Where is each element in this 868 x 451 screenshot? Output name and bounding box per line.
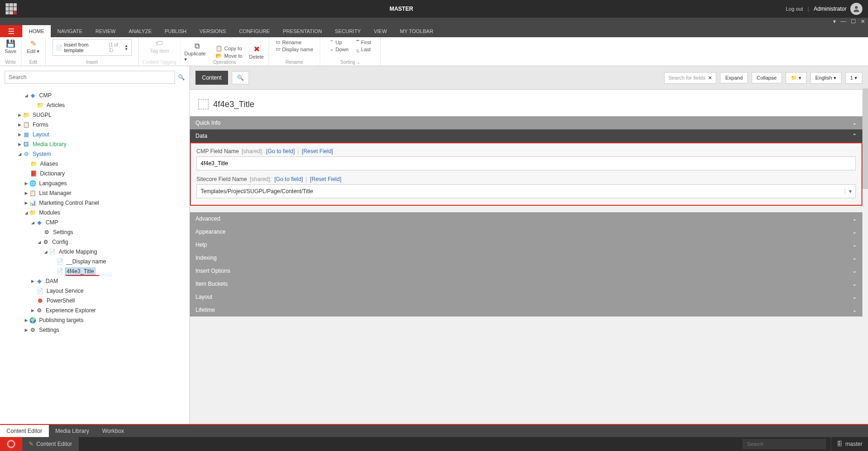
dropdown-icon[interactable]: ▾ bbox=[833, 18, 836, 25]
search-icon[interactable]: 🔍 bbox=[178, 74, 185, 81]
insert-from-template[interactable]: 📄 Insert from template (1 of 1) ▲▼ bbox=[53, 39, 132, 56]
tree-media-library[interactable]: ▶🖼Media Library bbox=[0, 139, 189, 149]
btab-content-editor[interactable]: Content Editor bbox=[0, 425, 49, 437]
tree-search-input[interactable] bbox=[5, 71, 175, 84]
tree-system[interactable]: ◢⚙System bbox=[0, 149, 189, 159]
tree-settings2[interactable]: ▶⚙Settings bbox=[0, 325, 189, 335]
hamburger-menu[interactable]: ☰ bbox=[0, 25, 22, 37]
tab-presentation[interactable]: PRESENTATION bbox=[276, 25, 329, 37]
up-button[interactable]: ⌃Up bbox=[330, 39, 349, 45]
taskbar-search-input[interactable] bbox=[742, 439, 826, 449]
display-name-button[interactable]: ▭Display name bbox=[276, 46, 313, 52]
tree-sugpl[interactable]: ▶📁SUGPL bbox=[0, 110, 189, 120]
database-indicator[interactable]: 🗄 master bbox=[831, 437, 868, 451]
tree-powershell[interactable]: ⬢PowerShell bbox=[0, 296, 189, 305]
scroll-arrows-icon[interactable]: ▲▼ bbox=[125, 44, 128, 51]
data-fields-highlight: CMP Field Name [shared]: [Go to field] |… bbox=[190, 142, 862, 206]
sitecore-logo-icon[interactable] bbox=[6, 3, 17, 14]
close-icon[interactable]: ✕ bbox=[861, 18, 865, 25]
first-button[interactable]: ⌃̅First bbox=[355, 39, 371, 45]
btab-media-library[interactable]: Media Library bbox=[49, 425, 96, 437]
save-button[interactable]: 💾 Save bbox=[2, 39, 19, 54]
tree-marketing[interactable]: ▶📊Marketing Control Panel bbox=[0, 198, 189, 208]
tree-config[interactable]: ◢⚙Config bbox=[0, 237, 189, 247]
version-dropdown[interactable]: 1 ▾ bbox=[845, 72, 862, 84]
reset-field-link-2[interactable]: [Reset Field] bbox=[310, 176, 341, 182]
content-scrollbar[interactable] bbox=[862, 88, 868, 424]
go-to-field-link[interactable]: [Go to field] bbox=[266, 148, 295, 155]
section-data[interactable]: Data⌃ bbox=[190, 129, 862, 142]
clear-icon[interactable]: ✕ bbox=[708, 75, 712, 81]
logout-link[interactable]: Log out bbox=[786, 6, 803, 12]
last-button[interactable]: ⌄̲Last bbox=[355, 46, 371, 52]
current-user[interactable]: Administrator bbox=[814, 6, 847, 12]
go-to-field-link-2[interactable]: [Go to field] bbox=[274, 176, 303, 182]
edit-button[interactable]: ✎ Edit ▾ bbox=[25, 39, 42, 54]
sitecore-start-icon[interactable] bbox=[0, 437, 22, 451]
down-button[interactable]: ⌄Down bbox=[330, 46, 349, 52]
content-search-button[interactable]: 🔍 bbox=[232, 71, 249, 84]
tab-security[interactable]: SECURITY bbox=[329, 25, 368, 37]
tree-list-manager[interactable]: ▶📋List Manager bbox=[0, 188, 189, 198]
tree-languages[interactable]: ▶🌐Languages bbox=[0, 178, 189, 188]
delete-button[interactable]: ✖ Delete bbox=[248, 45, 265, 60]
content-tree[interactable]: ◢◆CMP 📁Articles ▶📁SUGPL ▶📋Forms ▶▦Layout… bbox=[0, 88, 189, 424]
section-help[interactable]: Help⌄ bbox=[190, 238, 862, 251]
user-avatar-icon[interactable] bbox=[850, 3, 862, 15]
tree-layout-service[interactable]: 📄Layout Service bbox=[0, 286, 189, 296]
section-layout[interactable]: Layout⌄ bbox=[190, 290, 862, 303]
tree-article-mapping[interactable]: ◢📄Article Mapping bbox=[0, 247, 189, 256]
minimize-icon[interactable]: — bbox=[841, 18, 846, 25]
section-item-buckets[interactable]: Item Buckets⌄ bbox=[190, 277, 862, 290]
tree-dictionary[interactable]: 📕Dictionary bbox=[0, 168, 189, 178]
tab-navigate[interactable]: NAVIGATE bbox=[51, 25, 89, 37]
tab-home[interactable]: HOME bbox=[22, 25, 51, 37]
tree-pub-targets[interactable]: ▶🌍Publishing targets bbox=[0, 315, 189, 325]
section-advanced[interactable]: Advanced⌄ bbox=[190, 212, 862, 225]
tab-view[interactable]: VIEW bbox=[367, 25, 393, 37]
language-dropdown[interactable]: English ▾ bbox=[810, 72, 841, 84]
tree-forms[interactable]: ▶📋Forms bbox=[0, 120, 189, 129]
tree-exp-explorer[interactable]: ▶⚙Experience Explorer bbox=[0, 305, 189, 315]
maximize-icon[interactable]: ☐ bbox=[851, 18, 856, 25]
tab-review[interactable]: REVIEW bbox=[89, 25, 122, 37]
move-to-button[interactable]: 📂Move to bbox=[215, 53, 242, 59]
tree-4f4e3-title[interactable]: 📄4f4e3_Title bbox=[0, 266, 189, 276]
duplicate-button[interactable]: ⧉ Duplicate ▾ bbox=[184, 42, 210, 62]
taskbar-search[interactable] bbox=[738, 437, 831, 451]
tree-settings[interactable]: ⚙Settings bbox=[0, 227, 189, 237]
tree-dam[interactable]: ▶◆DAM bbox=[0, 276, 189, 286]
dropdown-icon[interactable]: ▾ bbox=[845, 188, 852, 195]
tree-display-name[interactable]: 📄__Display name bbox=[0, 256, 189, 266]
collapse-button[interactable]: Collapse bbox=[752, 72, 782, 83]
chevron-down-icon: ⌄ bbox=[852, 215, 857, 222]
copy-to-button[interactable]: 📋Copy to bbox=[215, 45, 242, 52]
tab-publish[interactable]: PUBLISH bbox=[158, 25, 193, 37]
section-insert-options[interactable]: Insert Options⌄ bbox=[190, 264, 862, 277]
tree-aliases[interactable]: 📁Aliases bbox=[0, 159, 189, 168]
tab-configure[interactable]: CONFIGURE bbox=[233, 25, 276, 37]
section-quick-info[interactable]: Quick Info⌄ bbox=[190, 116, 862, 129]
btab-workbox[interactable]: Workbox bbox=[95, 425, 130, 437]
tab-versions[interactable]: VERSIONS bbox=[193, 25, 233, 37]
tree-layout[interactable]: ▶▦Layout bbox=[0, 129, 189, 139]
content-tab[interactable]: Content bbox=[195, 71, 228, 85]
tab-mytoolbar[interactable]: MY TOOLBAR bbox=[393, 25, 440, 37]
search-fields-input[interactable]: Search for fields✕ bbox=[664, 72, 716, 84]
save-label: Save bbox=[5, 48, 16, 54]
folder-dropdown[interactable]: 📁 ▾ bbox=[786, 72, 807, 84]
tab-analyze[interactable]: ANALYZE bbox=[122, 25, 158, 37]
expand-button[interactable]: Expand bbox=[720, 72, 747, 83]
sitecore-field-name-select[interactable]: Templates/Project/SUGPL/Page/Content/Tit… bbox=[196, 184, 856, 198]
cmp-field-name-input[interactable] bbox=[196, 156, 856, 170]
section-indexing[interactable]: Indexing⌄ bbox=[190, 251, 862, 264]
section-lifetime[interactable]: Lifetime⌄ bbox=[190, 303, 862, 316]
tree-cmp2[interactable]: ◢◆CMP bbox=[0, 217, 189, 227]
taskbar-app[interactable]: ✎ Content Editor bbox=[22, 437, 79, 451]
section-appearance[interactable]: Appearance⌄ bbox=[190, 225, 862, 238]
tree-modules[interactable]: ◢📁Modules bbox=[0, 208, 189, 217]
rename-button[interactable]: ▭Rename bbox=[276, 39, 313, 45]
tree-cmp[interactable]: ◢◆CMP bbox=[0, 90, 189, 100]
reset-field-link[interactable]: [Reset Field] bbox=[302, 148, 333, 155]
tree-articles[interactable]: 📁Articles bbox=[0, 100, 189, 110]
